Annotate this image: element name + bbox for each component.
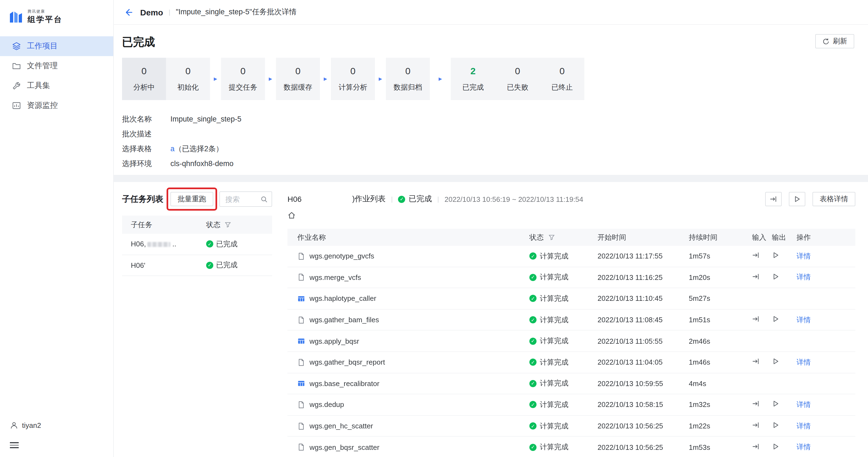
batch-input-button[interactable] <box>765 192 782 206</box>
sidebar-item-files[interactable]: 文件管理 <box>0 56 113 76</box>
menu-toggle-icon[interactable] <box>10 440 19 450</box>
job-row: wgs.gather_bam_files ✓计算完成 2022/10/13 11… <box>287 310 855 331</box>
app-root: 腾讯健康 组学平台 工作项目 文件管理 <box>0 0 868 457</box>
field-value: Impute_single_step-5 <box>170 115 241 123</box>
batch-summary: 已完成 刷新 0分析中0初始化▶0提交任务▶0数据缓存▶0计算分析▶0数据归档▶… <box>114 25 868 175</box>
batch-rerun-button[interactable]: 批量重跑 <box>170 192 213 206</box>
field-label: 批次描述 <box>122 129 170 139</box>
table-detail-button[interactable]: 表格详情 <box>812 192 855 206</box>
field-value: a（已选择2条） <box>170 144 223 154</box>
folder-icon <box>12 62 21 70</box>
output-icon[interactable] <box>772 273 779 280</box>
refresh-icon <box>823 38 830 45</box>
output-icon[interactable] <box>772 315 779 323</box>
success-icon: ✓ <box>529 295 536 302</box>
field-row: 选择环境 cls-qhnfoxh8-demo <box>122 156 854 171</box>
input-icon[interactable] <box>752 273 760 280</box>
success-icon: ✓ <box>206 262 213 269</box>
breadcrumb-project[interactable]: Demo <box>140 7 163 17</box>
job-start-time: 2022/10/13 10:56:25 <box>597 443 689 451</box>
subtask-status: ✓已完成 <box>206 261 272 270</box>
detail-link[interactable]: 详情 <box>797 422 811 430</box>
title-divider: | <box>391 195 393 203</box>
file-icon <box>298 252 305 260</box>
sidebar-item-label: 工具集 <box>27 81 50 91</box>
breadcrumb-divider: | <box>168 8 170 16</box>
home-icon[interactable] <box>287 211 296 221</box>
detail-link[interactable]: 详情 <box>797 252 811 260</box>
terminal-step-0: 2已完成 <box>451 58 495 100</box>
job-start-time: 2022/10/13 11:17:55 <box>597 252 689 261</box>
detail-link[interactable]: 详情 <box>797 315 811 324</box>
job-duration: 1m53s <box>689 443 752 451</box>
subtask-row[interactable]: H06' ✓已完成 <box>122 255 272 276</box>
sidebar: 腾讯健康 组学平台 工作项目 文件管理 <box>0 0 114 457</box>
job-status: ✓计算完成 <box>529 421 597 431</box>
input-icon[interactable] <box>752 358 760 365</box>
search-icon[interactable] <box>260 195 268 203</box>
subtask-table-header: 子任务 状态 <box>122 216 272 234</box>
detail-link[interactable]: 详情 <box>797 358 811 366</box>
input-icon[interactable] <box>752 252 760 259</box>
job-name: wgs.gen_bqsr_scatter <box>298 443 529 451</box>
file-icon <box>298 422 305 430</box>
job-name: wgs.genotype_gvcfs <box>298 252 529 261</box>
table-icon <box>298 337 305 345</box>
logo-mark-icon <box>9 10 23 23</box>
table-link[interactable]: a <box>170 144 175 153</box>
input-icon[interactable] <box>752 443 760 450</box>
detail-link[interactable]: 详情 <box>797 273 811 281</box>
file-icon <box>298 401 305 408</box>
subtask-row[interactable]: H06,.. ✓已完成 <box>122 234 272 255</box>
batch-fields: 批次名称 Impute_single_step-5 批次描述 选择表格 a（已选… <box>122 112 854 171</box>
job-name: wgs.gen_hc_scatter <box>298 422 529 430</box>
subtask-search <box>219 191 272 207</box>
terminal-step-2: 0已终止 <box>540 58 584 100</box>
monitor-icon <box>12 101 21 110</box>
detail-link[interactable]: 详情 <box>797 443 811 451</box>
job-status: ✓计算完成 <box>529 400 597 410</box>
detail-link[interactable]: 详情 <box>797 400 811 408</box>
job-row: wgs.apply_bqsr ✓计算完成 2022/10/13 11:05:55… <box>287 331 855 352</box>
job-status: ✓计算完成 <box>529 294 597 304</box>
sidebar-item-monitor[interactable]: 资源监控 <box>0 96 113 116</box>
user-account[interactable]: tiyan2 <box>10 421 41 429</box>
filter-icon[interactable] <box>549 234 555 240</box>
input-icon[interactable] <box>752 315 760 323</box>
page-title: 已完成 <box>122 34 155 50</box>
output-icon[interactable] <box>772 443 779 450</box>
input-icon[interactable] <box>752 421 760 429</box>
batch-run-button[interactable] <box>789 192 805 206</box>
redacted-area <box>302 195 352 203</box>
app-logo: 腾讯健康 组学平台 <box>0 0 113 26</box>
output-icon[interactable] <box>772 400 779 408</box>
refresh-button[interactable]: 刷新 <box>815 34 854 49</box>
job-status: ✓计算完成 <box>529 315 597 325</box>
sidebar-item-projects[interactable]: 工作项目 <box>0 36 113 56</box>
output-icon[interactable] <box>772 358 779 365</box>
table-icon <box>298 295 305 302</box>
success-icon: ✓ <box>529 253 536 260</box>
filter-icon[interactable] <box>225 222 231 228</box>
search-input[interactable] <box>220 195 260 203</box>
jobs-panel: H06 )作业列表 | ✓ 已完成 | 2022/10/13 10:56:19 … <box>287 182 855 457</box>
play-icon <box>793 195 801 203</box>
sidebar-item-tools[interactable]: 工具集 <box>0 76 113 96</box>
job-duration: 5m27s <box>689 295 752 303</box>
input-icon[interactable] <box>752 400 760 408</box>
job-duration: 1m22s <box>689 422 752 430</box>
job-name: wgs.merge_vcfs <box>298 273 529 281</box>
job-start-time: 2022/10/13 10:58:15 <box>597 401 689 409</box>
sidebar-item-label: 文件管理 <box>27 61 58 71</box>
output-icon[interactable] <box>772 252 779 259</box>
job-start-time: 2022/10/13 11:04:05 <box>597 358 689 367</box>
pipeline-step-3: 0数据缓存 <box>276 58 320 100</box>
job-name: wgs.gather_bqsr_report <box>298 358 529 367</box>
back-button[interactable] <box>124 7 133 17</box>
sidebar-menu: 工作项目 文件管理 工具集 资源监控 <box>0 36 113 116</box>
job-status: ✓计算完成 <box>529 358 597 367</box>
job-status: ✓计算完成 <box>529 442 597 452</box>
subtask-name: H06' <box>131 261 206 270</box>
job-status: ✓计算完成 <box>529 273 597 282</box>
output-icon[interactable] <box>772 421 779 429</box>
